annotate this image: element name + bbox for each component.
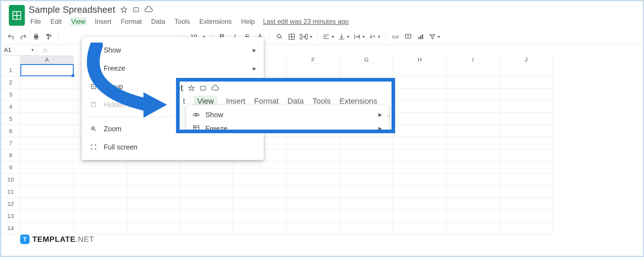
cell[interactable] <box>340 174 393 186</box>
cell[interactable] <box>287 174 340 186</box>
view-freeze-item[interactable]: Freeze ▶ <box>82 59 264 77</box>
cell[interactable] <box>127 161 180 174</box>
sheets-logo[interactable] <box>9 5 25 26</box>
cell[interactable] <box>500 210 553 222</box>
row-header[interactable]: 2 <box>1 76 20 88</box>
menu-data[interactable]: Data <box>150 17 166 26</box>
cell[interactable] <box>20 125 74 137</box>
cell[interactable] <box>20 76 74 88</box>
cell[interactable] <box>127 210 180 222</box>
cell[interactable] <box>500 137 553 149</box>
cell[interactable] <box>20 174 74 186</box>
cell[interactable] <box>500 76 553 88</box>
row-header[interactable]: 10 <box>1 174 20 186</box>
cell[interactable] <box>127 174 180 186</box>
cell[interactable] <box>233 186 287 198</box>
row-header[interactable]: 9 <box>1 161 20 174</box>
cell[interactable] <box>340 198 393 210</box>
cell[interactable] <box>393 88 446 101</box>
print-icon[interactable] <box>31 32 41 41</box>
borders-icon[interactable] <box>287 32 296 41</box>
menu-extensions[interactable]: Extensions <box>198 17 233 26</box>
cell[interactable] <box>287 186 340 198</box>
cell[interactable] <box>393 186 446 198</box>
cell[interactable] <box>393 149 446 161</box>
cell[interactable] <box>74 210 127 222</box>
cell[interactable] <box>287 137 340 149</box>
cell[interactable] <box>233 174 287 186</box>
column-header[interactable]: J <box>500 55 553 64</box>
move-icon[interactable] <box>132 6 140 13</box>
cell[interactable] <box>446 125 500 137</box>
cell[interactable] <box>20 149 74 161</box>
cell[interactable] <box>180 174 233 186</box>
cell[interactable] <box>20 198 74 210</box>
cell[interactable] <box>500 161 553 174</box>
menu-help[interactable]: Help <box>240 17 256 26</box>
cell[interactable] <box>500 198 553 210</box>
cell[interactable] <box>393 76 446 88</box>
name-box[interactable]: A1▼ <box>1 45 38 55</box>
vertical-align-icon[interactable]: ▼ <box>338 32 350 41</box>
cell[interactable] <box>340 210 393 222</box>
cell[interactable] <box>446 198 500 210</box>
cell[interactable] <box>446 64 500 76</box>
cell[interactable] <box>446 174 500 186</box>
cell[interactable] <box>446 76 500 88</box>
cell[interactable] <box>74 161 127 174</box>
menu-file[interactable]: File <box>29 17 42 26</box>
redo-icon[interactable] <box>19 32 28 41</box>
row-header[interactable]: 14 <box>1 222 20 234</box>
cell[interactable] <box>340 222 393 234</box>
column-header[interactable]: G <box>340 55 393 64</box>
cell[interactable] <box>20 137 74 149</box>
cell[interactable] <box>340 149 393 161</box>
cell[interactable] <box>393 222 446 234</box>
cell[interactable] <box>500 113 553 125</box>
cell[interactable] <box>20 113 74 125</box>
cell[interactable] <box>446 137 500 149</box>
menu-view[interactable]: View <box>70 17 87 26</box>
row-header[interactable]: 7 <box>1 137 20 149</box>
cell[interactable] <box>20 222 74 234</box>
row-header[interactable]: 13 <box>1 210 20 222</box>
cell[interactable] <box>446 210 500 222</box>
cell[interactable] <box>500 101 553 113</box>
cell[interactable] <box>180 161 233 174</box>
row-header[interactable]: 6 <box>1 125 20 137</box>
cell[interactable] <box>233 198 287 210</box>
row-header[interactable]: 1 <box>1 64 20 76</box>
cell[interactable] <box>287 210 340 222</box>
cell[interactable] <box>500 125 553 137</box>
cell[interactable] <box>446 222 500 234</box>
cell[interactable] <box>20 161 74 174</box>
doc-title[interactable]: Sample Spreadsheet <box>29 4 115 15</box>
paint-format-icon[interactable] <box>44 32 54 41</box>
cell[interactable] <box>20 64 74 76</box>
fill-color-icon[interactable] <box>274 32 284 41</box>
cell[interactable] <box>287 161 340 174</box>
cell[interactable] <box>287 149 340 161</box>
cell[interactable] <box>340 186 393 198</box>
row-header[interactable]: 4 <box>1 101 20 113</box>
view-show-item[interactable]: Show ▶ <box>82 41 264 59</box>
cell[interactable] <box>446 149 500 161</box>
column-header[interactable]: H <box>393 55 446 64</box>
cell[interactable] <box>233 222 287 234</box>
cell[interactable] <box>74 222 127 234</box>
row-header[interactable]: 8 <box>1 149 20 161</box>
select-all-corner[interactable] <box>1 55 20 64</box>
cell[interactable] <box>180 210 233 222</box>
menu-edit[interactable]: Edit <box>49 17 63 26</box>
cell[interactable] <box>74 186 127 198</box>
cell[interactable] <box>20 186 74 198</box>
cell[interactable] <box>500 88 553 101</box>
comment-icon[interactable] <box>403 32 413 41</box>
cell[interactable] <box>393 113 446 125</box>
cell[interactable] <box>20 88 74 101</box>
horizontal-align-icon[interactable]: ▼ <box>323 32 335 41</box>
star-icon[interactable] <box>120 6 127 13</box>
column-header[interactable]: A <box>20 55 74 64</box>
undo-icon[interactable] <box>6 32 15 41</box>
cell[interactable] <box>500 149 553 161</box>
